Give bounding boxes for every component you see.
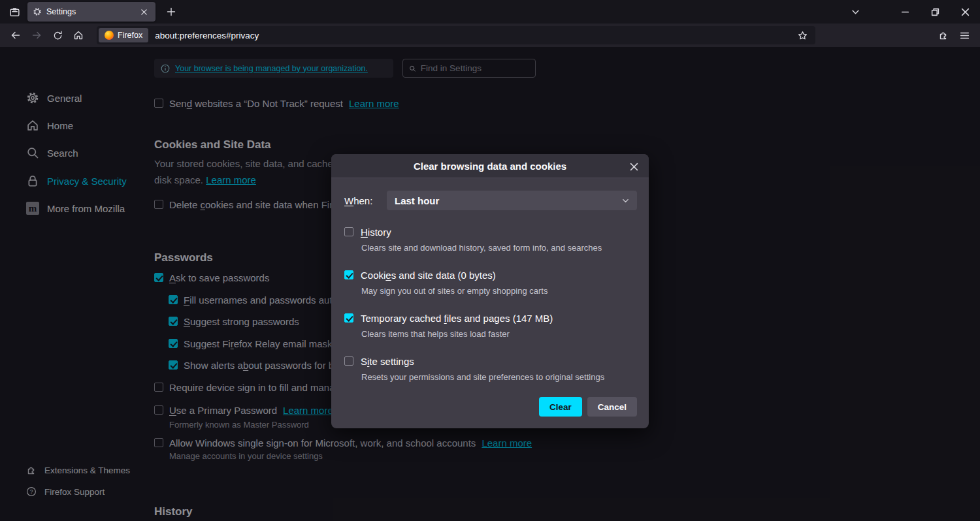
cookies-checkbox[interactable] — [344, 270, 353, 279]
url-text[interactable]: about:preferences#privacy — [155, 31, 794, 40]
bookmark-star-icon[interactable] — [794, 27, 810, 43]
reload-icon[interactable] — [47, 25, 68, 45]
navigation-toolbar: Firefox about:preferences#privacy — [0, 24, 980, 47]
when-label: When: — [344, 195, 374, 206]
cookies-option-row: Cookies and site data (0 bytes) — [344, 268, 637, 281]
list-all-tabs-icon[interactable] — [840, 0, 870, 24]
cancel-button[interactable]: Cancel — [587, 397, 637, 417]
when-select[interactable]: Last hour — [387, 191, 637, 210]
site-settings-option-row: Site settings — [344, 355, 637, 368]
cache-option-row: Temporary cached files and pages (147 MB… — [344, 311, 637, 324]
home-icon[interactable] — [68, 25, 89, 45]
firefox-logo-icon — [105, 31, 114, 40]
restore-button[interactable] — [920, 0, 950, 24]
history-option-label: History — [361, 227, 391, 238]
back-button[interactable] — [5, 25, 26, 45]
history-option-row: History — [344, 225, 637, 238]
gear-icon — [33, 7, 42, 16]
cookies-option-desc: May sign you out of sites or empty shopp… — [361, 286, 637, 296]
settings-page: General Home Search Privacy & Security m… — [0, 47, 980, 521]
tab-title: Settings — [46, 7, 137, 16]
site-settings-option-desc: Resets your permissions and site prefere… — [361, 372, 637, 383]
close-window-button[interactable] — [950, 0, 980, 24]
dialog-header: Clear browsing data and cookies — [331, 154, 649, 178]
clear-button[interactable]: Clear — [539, 397, 582, 417]
identity-label: Firefox — [118, 31, 142, 40]
dialog-title: Clear browsing data and cookies — [414, 161, 566, 172]
cache-option-desc: Clears items that helps sites load faste… — [361, 329, 637, 339]
toolbar-right — [933, 25, 975, 45]
cache-checkbox[interactable] — [344, 313, 353, 323]
dialog-buttons: Clear Cancel — [344, 397, 637, 417]
tab-strip: Settings — [0, 0, 980, 24]
dialog-close-icon[interactable] — [625, 158, 642, 175]
identity-chip[interactable]: Firefox — [99, 28, 148, 42]
menu-hamburger-icon[interactable] — [954, 25, 975, 45]
site-settings-option-label: Site settings — [361, 356, 414, 367]
site-settings-checkbox[interactable] — [344, 356, 353, 366]
history-option-desc: Clears site and download history, saved … — [361, 243, 637, 253]
chevron-down-icon — [622, 197, 629, 204]
firefox-view-icon[interactable] — [5, 3, 24, 21]
browser-window: Settings — [0, 0, 980, 521]
when-row: When: Last hour — [344, 191, 637, 210]
extensions-puzzle-icon[interactable] — [933, 25, 954, 45]
forward-button[interactable] — [26, 25, 47, 45]
clear-data-dialog: Clear browsing data and cookies When: La… — [331, 154, 649, 428]
when-select-value: Last hour — [395, 195, 622, 206]
new-tab-button[interactable] — [162, 3, 180, 21]
minimize-button[interactable] — [890, 0, 920, 24]
dialog-body: When: Last hour History Clears site and … — [331, 178, 649, 428]
cache-option-label: Temporary cached files and pages (147 MB… — [361, 313, 553, 324]
cookies-option-label: Cookies and site data (0 bytes) — [361, 270, 496, 281]
url-bar[interactable]: Firefox about:preferences#privacy — [97, 26, 815, 44]
tab-close-icon[interactable] — [137, 5, 150, 18]
tab-settings[interactable]: Settings — [27, 2, 155, 22]
history-checkbox[interactable] — [344, 227, 353, 236]
